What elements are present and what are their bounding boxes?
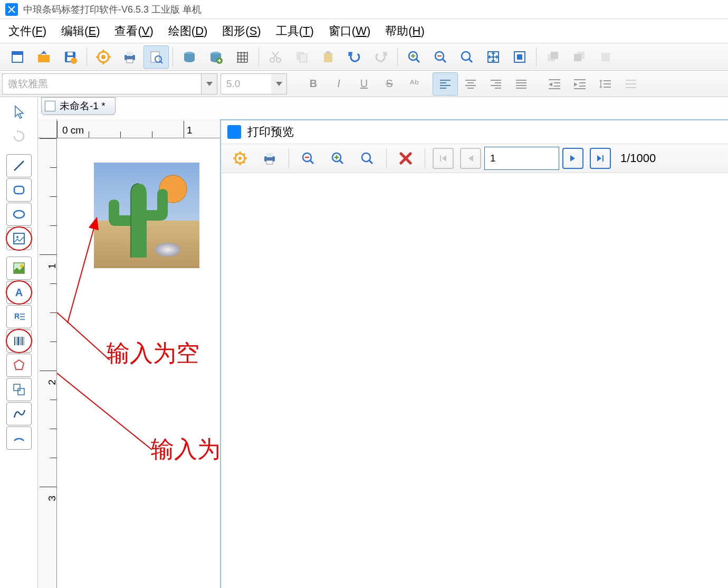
print-preview-button[interactable] xyxy=(143,45,169,69)
preview-body[interactable] xyxy=(221,173,728,588)
preview-zoom-out-button[interactable] xyxy=(295,146,321,170)
settings-button[interactable] xyxy=(91,45,116,69)
preview-zoom-in-button[interactable] xyxy=(325,146,350,170)
polygon-tool-icon[interactable] xyxy=(6,354,32,377)
svg-line-120 xyxy=(235,162,237,163)
richtext-tool-icon[interactable]: R xyxy=(6,305,32,328)
more-format-button[interactable] xyxy=(618,72,644,96)
menu-window[interactable]: 窗口(W) xyxy=(329,23,370,39)
indent-increase-button[interactable] xyxy=(568,72,593,96)
menu-draw[interactable]: 绘图(D) xyxy=(168,23,208,39)
arc-tool-icon[interactable] xyxy=(6,426,32,450)
send-back-button[interactable] xyxy=(567,45,592,69)
document-icon xyxy=(45,101,55,111)
grid-button[interactable] xyxy=(229,45,255,69)
print-button[interactable] xyxy=(117,45,142,69)
font-name-dropdown-icon[interactable] xyxy=(202,73,217,94)
svg-line-17 xyxy=(160,61,162,63)
svg-line-38 xyxy=(416,59,419,62)
svg-rect-13 xyxy=(127,52,133,56)
curve-tool-icon[interactable] xyxy=(6,402,32,425)
svg-rect-124 xyxy=(266,160,273,164)
image-placeholder-tool-icon[interactable] xyxy=(6,227,32,250)
align-right-button[interactable] xyxy=(483,72,509,96)
undo-button[interactable] xyxy=(342,45,367,69)
text-tool-icon[interactable]: A xyxy=(6,281,32,304)
workspace: 未命名-1 * 0 cm 1 1 2 3 xyxy=(38,97,728,588)
line-tool-icon[interactable] xyxy=(6,154,32,177)
image-tool-icon[interactable] xyxy=(6,257,32,280)
svg-line-121 xyxy=(243,154,245,155)
zoom-fit-button[interactable] xyxy=(481,45,506,69)
rotate-tool-icon[interactable] xyxy=(6,125,32,148)
document-tab[interactable]: 未命名-1 * xyxy=(41,97,116,115)
menu-view[interactable]: 查看(V) xyxy=(114,23,153,39)
pointer-tool-icon[interactable] xyxy=(6,100,32,124)
svg-rect-123 xyxy=(266,153,273,157)
preview-zoom-reset-button[interactable] xyxy=(355,146,380,170)
cut-button[interactable] xyxy=(263,45,288,69)
svg-line-42 xyxy=(443,59,446,62)
preview-titlebar[interactable]: 打印预览 xyxy=(221,120,728,144)
strike-button[interactable]: S xyxy=(377,72,402,96)
bold-button[interactable]: B xyxy=(301,72,326,96)
placed-image[interactable] xyxy=(94,163,199,268)
italic-button[interactable]: I xyxy=(326,72,351,96)
svg-rect-1 xyxy=(12,52,23,55)
svg-rect-53 xyxy=(601,53,610,61)
font-size-dropdown-icon[interactable] xyxy=(271,73,287,94)
ellipse-tool-icon[interactable] xyxy=(6,203,32,226)
svg-line-126 xyxy=(310,160,313,164)
save-button[interactable] xyxy=(58,45,83,69)
svg-line-111 xyxy=(57,373,152,450)
copy-button[interactable] xyxy=(289,45,314,69)
zoom-out-button[interactable] xyxy=(428,45,453,69)
zoom-reset-button[interactable] xyxy=(454,45,480,69)
font-size-combo[interactable]: 5.0 xyxy=(221,73,275,94)
preview-next-page-button[interactable] xyxy=(562,148,583,169)
preview-close-button[interactable] xyxy=(393,146,418,170)
more-button[interactable] xyxy=(593,45,618,69)
indent-decrease-button[interactable] xyxy=(542,72,568,96)
preview-first-page-button[interactable] xyxy=(433,148,454,169)
zoom-selection-button[interactable] xyxy=(507,45,532,69)
preview-settings-button[interactable] xyxy=(227,146,253,170)
barcode-tool-icon[interactable] xyxy=(6,329,32,353)
ruler-corner xyxy=(38,119,57,138)
rounded-rect-tool-icon[interactable] xyxy=(6,178,32,202)
ruler-vertical[interactable]: 1 2 3 xyxy=(38,138,57,588)
group-tool-icon[interactable] xyxy=(6,378,32,401)
preview-print-button[interactable] xyxy=(257,146,282,170)
align-justify-button[interactable] xyxy=(509,72,534,96)
database-refresh-button[interactable] xyxy=(203,45,228,69)
app-title: 中琅条码标签打印软件-V6.5.3 工业版 单机 xyxy=(23,3,202,16)
preview-prev-page-button[interactable] xyxy=(460,148,481,169)
superscript-button[interactable]: ᴬᵇ xyxy=(402,72,427,96)
bring-front-button[interactable] xyxy=(540,45,566,69)
menu-edit[interactable]: 编辑(E) xyxy=(61,23,100,39)
title-bar: 中琅条码标签打印软件-V6.5.3 工业版 单机 xyxy=(0,0,728,19)
svg-line-31 xyxy=(273,52,279,59)
open-button[interactable] xyxy=(31,45,56,69)
new-doc-button[interactable] xyxy=(5,45,30,69)
svg-line-109 xyxy=(57,312,110,360)
font-name-combo[interactable]: 微软雅黑 xyxy=(2,73,202,94)
align-center-button[interactable] xyxy=(458,72,483,96)
format-toolbar: 微软雅黑 5.0 B I U S ᴬᵇ xyxy=(0,71,728,97)
menu-tool[interactable]: 工具(T) xyxy=(276,23,314,39)
line-spacing-button[interactable] xyxy=(593,72,618,96)
svg-line-110 xyxy=(68,228,94,323)
menu-help[interactable]: 帮助(H) xyxy=(385,23,425,39)
menu-shape[interactable]: 图形(S) xyxy=(222,23,261,39)
paste-button[interactable] xyxy=(315,45,341,69)
redo-button[interactable] xyxy=(368,45,394,69)
preview-page-count: 1/1000 xyxy=(620,151,656,165)
preview-page-input[interactable] xyxy=(484,147,559,170)
underline-button[interactable]: U xyxy=(351,72,377,96)
svg-rect-48 xyxy=(517,54,522,60)
menu-file[interactable]: 文件(F) xyxy=(8,23,46,39)
database-button[interactable] xyxy=(177,45,202,69)
zoom-in-button[interactable] xyxy=(401,45,427,69)
preview-last-page-button[interactable] xyxy=(590,148,611,169)
align-left-button[interactable] xyxy=(433,72,458,96)
